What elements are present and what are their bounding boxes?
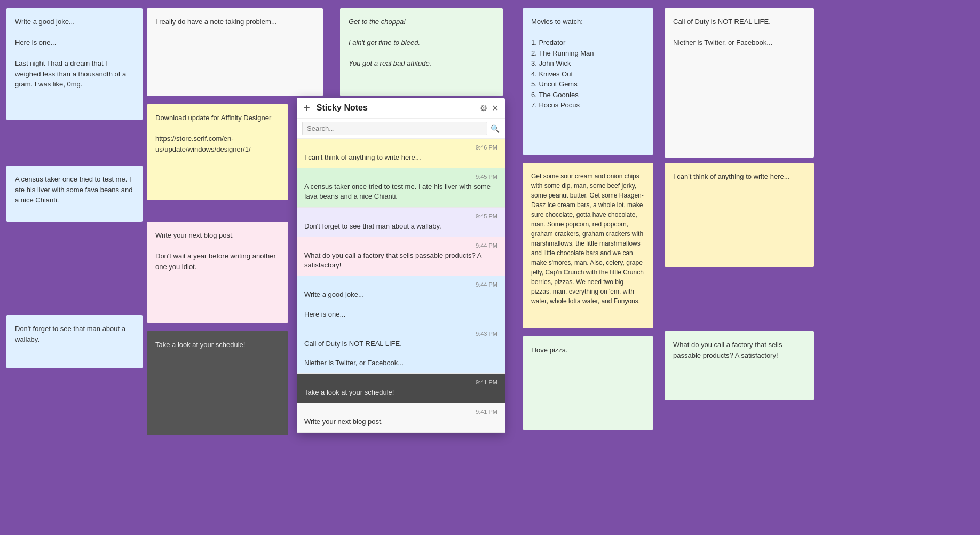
sticky-note-blog[interactable]: Write your next blog post.Don't wait a y… — [147, 222, 288, 323]
note-preview: Write your next blog post. — [304, 417, 497, 427]
note-list-item[interactable]: 9:43 PM Call of Duty is NOT REAL LIFE.Ni… — [297, 325, 505, 374]
note-list-item[interactable]: 9:45 PM A census taker once tried to tes… — [297, 168, 505, 207]
sticky-note-problem-text: I really do have a note taking problem..… — [155, 18, 277, 26]
note-list: 9:46 PM I can't think of anything to wri… — [297, 139, 505, 433]
note-time: 9:45 PM — [304, 174, 497, 180]
app-title: Sticky Notes — [317, 103, 476, 113]
desktop: Write a good joke...Here is one...Last n… — [0, 0, 980, 535]
sticky-note-movies-text: Movies to watch:1. Predator2. The Runnin… — [531, 18, 594, 109]
sticky-note-cod[interactable]: Call of Duty is NOT REAL LIFE.Niether is… — [665, 8, 814, 158]
sticky-note-blog-text: Write your next blog post.Don't wait a y… — [155, 231, 276, 271]
sticky-note-affinity[interactable]: Download update for Affinity Designerhtt… — [147, 104, 288, 200]
note-time: 9:43 PM — [304, 331, 497, 337]
sticky-note-schedule-text: Take a look at your schedule! — [155, 341, 245, 349]
sticky-note-schedule[interactable]: Take a look at your schedule! — [147, 331, 288, 435]
note-preview: What do you call a factory that sells pa… — [304, 251, 497, 270]
sticky-note-cod-text: Call of Duty is NOT REAL LIFE.Niether is… — [673, 18, 772, 46]
sticky-note-choppa-text: Get to the choppa!I ain't got time to bl… — [349, 18, 431, 67]
note-preview: I can't think of anything to write here.… — [304, 153, 497, 162]
sticky-note-movies[interactable]: Movies to watch:1. Predator2. The Runnin… — [523, 8, 653, 155]
sticky-note-grocery[interactable]: Get some sour cream and onion chips with… — [523, 163, 653, 328]
note-list-item[interactable]: 9:45 PM Don't forget to see that man abo… — [297, 208, 505, 237]
sticky-note-pizza[interactable]: I love pizza. — [523, 336, 653, 430]
note-time: 9:46 PM — [304, 144, 497, 151]
sticky-note-blank-text: I can't think of anything to write here.… — [673, 172, 790, 180]
sticky-note-blank[interactable]: I can't think of anything to write here.… — [665, 163, 814, 267]
sticky-note-grocery-text: Get some sour cream and onion chips with… — [531, 172, 644, 305]
note-time: 9:41 PM — [304, 408, 497, 415]
sticky-note-census-text: A census taker once tried to test me. I … — [15, 175, 132, 204]
search-icon: 🔍 — [491, 124, 500, 133]
settings-icon[interactable]: ⚙ — [480, 103, 487, 113]
sticky-note-problem[interactable]: I really do have a note taking problem..… — [147, 8, 323, 96]
note-time: 9:44 PM — [304, 281, 497, 288]
search-bar: 🔍 — [297, 119, 505, 139]
note-time: 9:41 PM — [304, 379, 497, 385]
sticky-note-joke-text: Write a good joke...Here is one...Last n… — [15, 18, 126, 88]
note-preview: Don't forget to see that man about a wal… — [304, 222, 497, 231]
sticky-note-choppa[interactable]: Get to the choppa!I ain't got time to bl… — [340, 8, 503, 96]
note-time: 9:45 PM — [304, 213, 497, 219]
note-list-item[interactable]: 9:44 PM What do you call a factory that … — [297, 237, 505, 276]
sticky-note-pizza-text: I love pizza. — [531, 346, 568, 354]
sticky-note-affinity-text: Download update for Affinity Designerhtt… — [155, 114, 271, 153]
note-list-item[interactable]: 9:41 PM Write your next blog post. — [297, 403, 505, 432]
app-titlebar: + Sticky Notes ⚙ ✕ — [297, 98, 505, 119]
sticky-note-wallaby-text: Don't forget to see that man about a wal… — [15, 325, 125, 343]
close-button[interactable]: ✕ — [492, 103, 499, 113]
note-list-item[interactable]: 9:41 PM Take a look at your schedule! — [297, 374, 505, 403]
sticky-note-wallaby[interactable]: Don't forget to see that man about a wal… — [6, 315, 143, 368]
note-list-item[interactable]: 9:46 PM I can't think of anything to wri… — [297, 139, 505, 168]
sticky-note-satisfactory[interactable]: What do you call a factory that sells pa… — [665, 331, 814, 400]
note-preview: Call of Duty is NOT REAL LIFE.Niether is… — [304, 339, 497, 368]
add-note-button[interactable]: + — [303, 102, 310, 114]
note-preview: A census taker once tried to test me. I … — [304, 182, 497, 201]
note-list-item[interactable]: 9:44 PM Write a good joke...Here is one.… — [297, 276, 505, 325]
sticky-note-census[interactable]: A census taker once tried to test me. I … — [6, 166, 143, 222]
note-time: 9:44 PM — [304, 242, 497, 249]
sticky-note-joke[interactable]: Write a good joke...Here is one...Last n… — [6, 8, 143, 120]
sticky-notes-app: + Sticky Notes ⚙ ✕ 🔍 9:46 PM I can't thi… — [297, 98, 505, 433]
note-preview: Write a good joke...Here is one... — [304, 290, 497, 319]
note-preview: Take a look at your schedule! — [304, 388, 497, 397]
search-input[interactable] — [302, 122, 487, 135]
sticky-note-satisfactory-text: What do you call a factory that sells pa… — [673, 341, 782, 359]
